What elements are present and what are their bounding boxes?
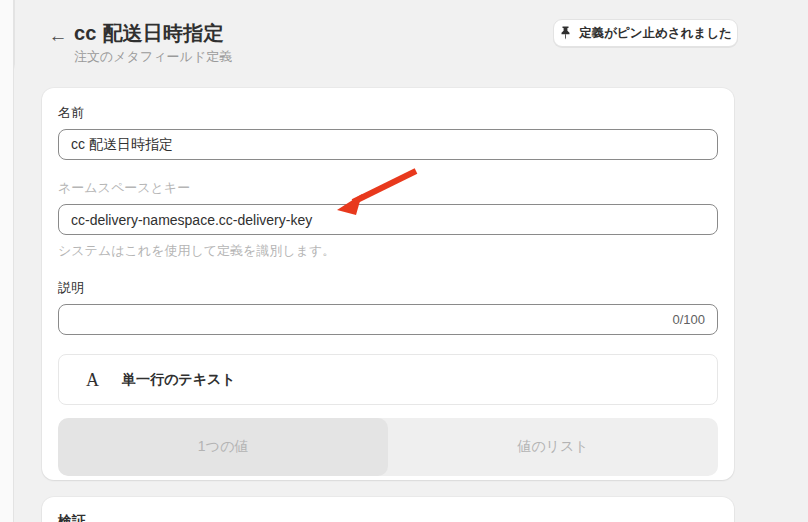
pinned-badge-label: 定義がピン止めされました — [579, 25, 732, 42]
value-mode-segmented-control: 1つの値 値のリスト — [58, 418, 718, 476]
single-line-text-icon: A — [86, 371, 99, 389]
content-type-selector[interactable]: A 単一行のテキスト — [58, 354, 718, 405]
left-scroll-strip[interactable] — [0, 0, 14, 522]
validation-card: 検証 — [42, 497, 734, 522]
name-field-group: 名前 — [58, 104, 718, 160]
page-subtitle: 注文のメタフィールド定義 — [74, 48, 232, 66]
pinned-definition-badge[interactable]: 定義がピン止めされました — [553, 19, 738, 47]
list-of-values-tab[interactable]: 値のリスト — [388, 418, 718, 476]
namespace-key-input[interactable] — [58, 204, 718, 235]
content-type-label: 単一行のテキスト — [122, 371, 236, 389]
single-value-tab[interactable]: 1つの値 — [58, 418, 388, 476]
description-field-group: 説明 0/100 — [58, 279, 718, 335]
description-label: 説明 — [58, 279, 718, 297]
name-label: 名前 — [58, 104, 718, 122]
validation-section-title: 検証 — [58, 513, 718, 522]
pin-icon — [559, 26, 572, 40]
description-input[interactable] — [58, 304, 718, 335]
name-input[interactable] — [58, 129, 718, 160]
back-button[interactable]: ← — [46, 24, 70, 48]
namespace-field-group: ネームスペースとキー システムはこれを使用して定義を識別します。 — [58, 179, 718, 260]
definition-card: 名前 ネームスペースとキー システムはこれを使用して定義を識別します。 説明 0… — [42, 88, 734, 480]
namespace-help-text: システムはこれを使用して定義を識別します。 — [58, 242, 718, 260]
page-title: cc 配送日時指定 — [74, 20, 224, 47]
namespace-label: ネームスペースとキー — [58, 179, 718, 197]
